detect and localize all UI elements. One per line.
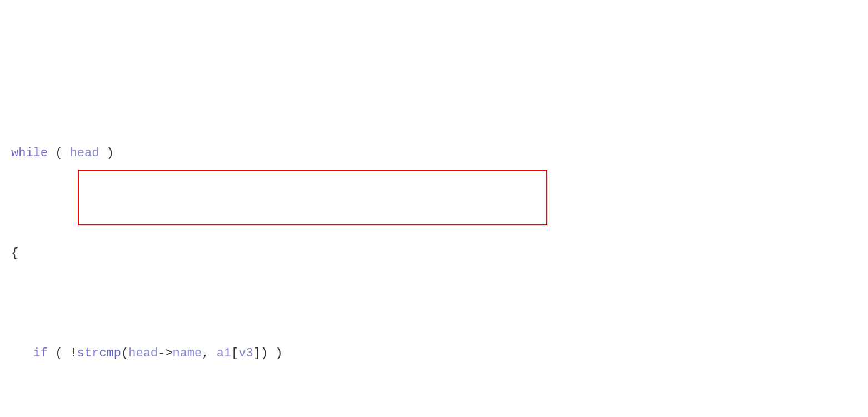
var-head-1: head: [70, 146, 99, 160]
var-name-1: name: [172, 346, 202, 360]
code-line-3: if ( !strcmp(head->name, a1[v3]) ): [11, 342, 857, 364]
keyword-if-1: if: [33, 346, 48, 360]
var-a1: a1: [217, 346, 231, 360]
uaf-highlight-box: [78, 170, 547, 225]
code-line-1: while ( head ): [11, 142, 857, 164]
var-head-name-1: head: [128, 346, 158, 360]
code-line-2: {: [11, 242, 857, 264]
code-container: while ( head ) { if ( !strcmp(head->name…: [0, 6, 868, 417]
fn-strcmp: strcmp: [77, 346, 121, 360]
keyword-while: while: [11, 146, 48, 160]
var-v3-1: v3: [238, 346, 253, 360]
